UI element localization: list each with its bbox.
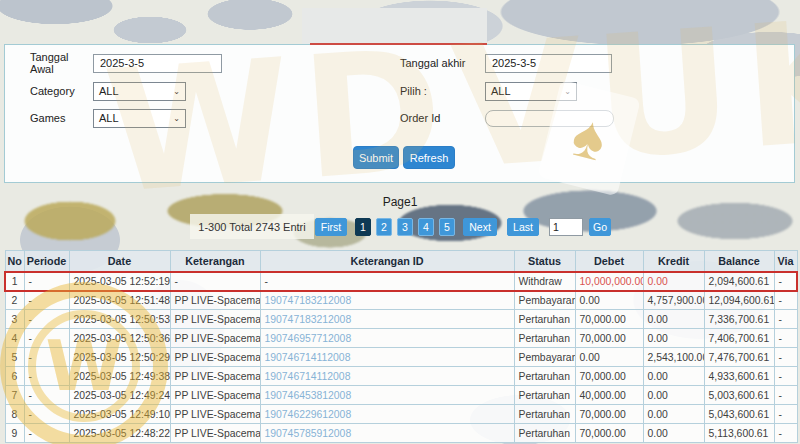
order-id-input[interactable] bbox=[485, 110, 614, 127]
keterangan-id-link[interactable]: 190745785912008 bbox=[260, 424, 514, 443]
table-row: 9-2025-03-05 12:48:22PP LIVE-Spaceman190… bbox=[5, 424, 797, 443]
cell-keterangan-id: - bbox=[260, 272, 514, 291]
cell-keterangan: PP LIVE-Spaceman bbox=[170, 367, 260, 386]
column-header-kredit: Kredit bbox=[643, 251, 704, 272]
column-header-via: Via bbox=[774, 251, 797, 272]
table-row: 8-2025-03-05 12:49:10PP LIVE-Spaceman190… bbox=[5, 405, 797, 424]
cell-date: 2025-03-05 12:48:22 bbox=[69, 424, 170, 443]
world-map-colored-band bbox=[0, 183, 800, 250]
games-select[interactable]: ALL⌄ bbox=[93, 109, 186, 128]
cell-keterangan: PP LIVE-Spaceman bbox=[170, 310, 260, 329]
transactions-table: NoPeriodeDateKeteranganKeterangan IDStat… bbox=[4, 250, 798, 443]
cell-debet: 0.00 bbox=[575, 291, 643, 310]
column-header-debet: Debet bbox=[575, 251, 643, 272]
cell-periode: - bbox=[24, 367, 69, 386]
cell-debet: 70,000.00 bbox=[575, 405, 643, 424]
cell-debet: 70,000.00 bbox=[575, 424, 643, 443]
cell-via: - bbox=[774, 386, 797, 405]
cell-debet: 70,000.00 bbox=[575, 310, 643, 329]
tanggal-awal-input[interactable] bbox=[93, 54, 222, 73]
entries-count: 1-300 Total 2743 Entri bbox=[190, 214, 314, 239]
tanggal-akhir-input[interactable] bbox=[485, 54, 612, 73]
page-number-3[interactable]: 3 bbox=[397, 218, 413, 236]
cell-balance: 4,933,600.61 bbox=[704, 367, 774, 386]
red-underline bbox=[310, 43, 487, 45]
page-number-2[interactable]: 2 bbox=[376, 218, 392, 236]
page-number-4[interactable]: 4 bbox=[418, 218, 434, 236]
cell-debet: 40,000.00 bbox=[575, 386, 643, 405]
table-row: 5-2025-03-05 12:50:29PP LIVE-Spaceman190… bbox=[5, 348, 797, 367]
keterangan-id-link[interactable]: 190746957712008 bbox=[260, 329, 514, 348]
cell-status: Pertaruhan bbox=[514, 424, 575, 443]
cell-via: - bbox=[774, 405, 797, 424]
cell-status: Pembayaran bbox=[514, 348, 575, 367]
cell-balance: 7,476,700.61 bbox=[704, 348, 774, 367]
cell-via: - bbox=[774, 329, 797, 348]
goto-page-input[interactable] bbox=[549, 218, 583, 236]
cell-debet: 70,000.00 bbox=[575, 367, 643, 386]
cell-status: Pertaruhan bbox=[514, 386, 575, 405]
cell-date: 2025-03-05 12:49:24 bbox=[69, 386, 170, 405]
cell-periode: - bbox=[24, 272, 69, 291]
cell-balance: 5,043,600.61 bbox=[704, 405, 774, 424]
column-header-keterangan-id: Keterangan ID bbox=[260, 251, 514, 272]
cell-periode: - bbox=[24, 310, 69, 329]
cell-date: 2025-03-05 12:50:36 bbox=[69, 329, 170, 348]
chevron-down-icon: ⌄ bbox=[173, 87, 180, 96]
keterangan-id-link[interactable]: 190746714112008 bbox=[260, 367, 514, 386]
cell-keterangan: PP LIVE-Spaceman bbox=[170, 405, 260, 424]
refresh-button[interactable]: Refresh bbox=[403, 146, 455, 169]
cell-kredit: 0.00 bbox=[643, 424, 704, 443]
cell-status: Pembayaran bbox=[514, 291, 575, 310]
cell-date: 2025-03-05 12:52:19 bbox=[69, 272, 170, 291]
category-select[interactable]: ALL⌄ bbox=[93, 82, 186, 101]
pilih-select[interactable]: ALL⌄ bbox=[485, 82, 577, 101]
cell-kredit: 0.00 bbox=[643, 405, 704, 424]
page-number-5[interactable]: 5 bbox=[439, 218, 455, 236]
cell-balance: 2,094,600.61 bbox=[704, 272, 774, 291]
page-first-button[interactable]: First bbox=[315, 218, 347, 236]
column-header-no: No bbox=[5, 251, 24, 272]
cell-via: - bbox=[774, 367, 797, 386]
column-header-keterangan: Keterangan bbox=[170, 251, 260, 272]
page-next-button[interactable]: Next bbox=[463, 218, 497, 236]
filter-panel: Tanggal AwalCategoryALL⌄GamesALL⌄Tanggal… bbox=[4, 44, 795, 183]
cell-date: 2025-03-05 12:49:38 bbox=[69, 367, 170, 386]
page-last-button[interactable]: Last bbox=[507, 218, 539, 236]
cell-date: 2025-03-05 12:49:10 bbox=[69, 405, 170, 424]
keterangan-id-link[interactable]: 190746229612008 bbox=[260, 405, 514, 424]
cell-no: 2 bbox=[5, 291, 24, 310]
table-row: 3-2025-03-05 12:50:53PP LIVE-Spaceman190… bbox=[5, 310, 797, 329]
keterangan-id-link[interactable]: 190747183212008 bbox=[260, 291, 514, 310]
cell-periode: - bbox=[24, 405, 69, 424]
submit-button[interactable]: Submit bbox=[353, 146, 399, 169]
cell-kredit: 2,543,100.00 bbox=[643, 348, 704, 367]
cell-via: - bbox=[774, 424, 797, 443]
cell-via: - bbox=[774, 272, 797, 291]
table-row: 6-2025-03-05 12:49:38PP LIVE-Spaceman190… bbox=[5, 367, 797, 386]
cell-kredit: 0.00 bbox=[643, 367, 704, 386]
pilih-label: Pilih : bbox=[400, 85, 485, 97]
cell-no: 5 bbox=[5, 348, 24, 367]
tanggal-akhir-label: Tanggal akhir bbox=[400, 57, 485, 69]
cell-date: 2025-03-05 12:51:48 bbox=[69, 291, 170, 310]
column-header-date: Date bbox=[69, 251, 170, 272]
page-number-1[interactable]: 1 bbox=[355, 218, 371, 236]
cell-keterangan: PP LIVE-Spaceman bbox=[170, 386, 260, 405]
keterangan-id-link[interactable]: 190746453812008 bbox=[260, 386, 514, 405]
table-row: 7-2025-03-05 12:49:24PP LIVE-Spaceman190… bbox=[5, 386, 797, 405]
cell-debet: 0.00 bbox=[575, 348, 643, 367]
cell-status: Pertaruhan bbox=[514, 329, 575, 348]
page-indicator: Page1 bbox=[0, 195, 800, 209]
cell-periode: - bbox=[24, 424, 69, 443]
category-label: Category bbox=[30, 85, 93, 97]
cell-periode: - bbox=[24, 291, 69, 310]
cell-debet: 10,000,000.00 bbox=[575, 272, 643, 291]
cell-balance: 7,336,700.61 bbox=[704, 310, 774, 329]
keterangan-id-link[interactable]: 190747183212008 bbox=[260, 310, 514, 329]
keterangan-id-link[interactable]: 190746714112008 bbox=[260, 348, 514, 367]
tanggal-awal-label: Tanggal Awal bbox=[30, 51, 93, 75]
cell-no: 6 bbox=[5, 367, 24, 386]
column-header-status: Status bbox=[514, 251, 575, 272]
go-button[interactable]: Go bbox=[589, 218, 611, 236]
